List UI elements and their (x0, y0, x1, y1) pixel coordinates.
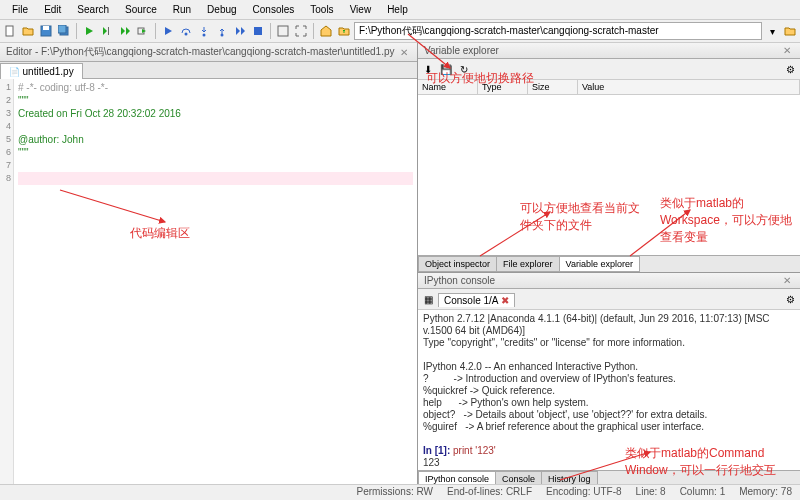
run-cell-advance-icon[interactable] (117, 23, 133, 39)
save-icon[interactable] (38, 23, 54, 39)
status-line: Line: 8 (636, 486, 666, 499)
ipython-console-pane: IPython console✕ ▦ Console 1/A ✖ ⚙ Pytho… (418, 273, 800, 487)
line-gutter: 12345678 (0, 79, 14, 487)
maximize-icon[interactable] (275, 23, 291, 39)
menu-debug[interactable]: Debug (199, 2, 244, 17)
debug-icon[interactable] (160, 23, 176, 39)
run-cell-icon[interactable] (99, 23, 115, 39)
menu-tools[interactable]: Tools (302, 2, 341, 17)
new-file-icon[interactable] (2, 23, 18, 39)
save-all-icon[interactable] (56, 23, 72, 39)
options-icon[interactable]: ⚙ (782, 291, 798, 307)
svg-rect-2 (43, 26, 49, 30)
svg-point-7 (185, 33, 188, 36)
parent-dir-icon[interactable] (336, 23, 352, 39)
varexp-title: Variable explorer (424, 45, 499, 56)
svg-rect-4 (58, 25, 66, 33)
home-icon[interactable] (318, 23, 334, 39)
col-type[interactable]: Type (478, 80, 528, 94)
step-over-icon[interactable] (178, 23, 194, 39)
console-title: IPython console (424, 275, 495, 286)
menu-run[interactable]: Run (165, 2, 199, 17)
console-menu-icon[interactable]: ▦ (420, 291, 436, 307)
open-file-icon[interactable] (20, 23, 36, 39)
status-permissions: Permissions: RW (356, 486, 433, 499)
import-icon[interactable]: ⬇ (420, 61, 436, 77)
run-icon[interactable] (81, 23, 97, 39)
status-bar: Permissions: RW End-of-lines: CRLF Encod… (0, 484, 800, 500)
svg-point-8 (203, 34, 206, 37)
stop-icon[interactable] (250, 23, 266, 39)
close-icon[interactable]: ✕ (780, 275, 794, 286)
menu-view[interactable]: View (342, 2, 380, 17)
fullscreen-icon[interactable] (293, 23, 309, 39)
close-icon[interactable]: ✕ (780, 45, 794, 56)
svg-rect-5 (108, 27, 109, 35)
refresh-icon[interactable]: ↻ (456, 61, 472, 77)
menu-search[interactable]: Search (69, 2, 117, 17)
svg-point-9 (221, 34, 224, 37)
options-icon[interactable]: ⚙ (782, 61, 798, 77)
svg-rect-11 (278, 26, 288, 36)
col-size[interactable]: Size (528, 80, 578, 94)
tab-variable-explorer[interactable]: Variable explorer (559, 256, 640, 272)
toolbar: F:\Python代码\cangqiong-scratch-master\can… (0, 20, 800, 43)
status-encoding: Encoding: UTF-8 (546, 486, 622, 499)
save-data-icon[interactable]: 💾 (438, 61, 454, 77)
code-editor[interactable]: 12345678 # -*- coding: utf-8 -*- """ Cre… (0, 79, 417, 487)
console-output[interactable]: Python 2.7.12 |Anaconda 4.1.1 (64-bit)| … (418, 310, 800, 470)
menu-edit[interactable]: Edit (36, 2, 69, 17)
svg-rect-10 (254, 27, 262, 35)
col-name[interactable]: Name (418, 80, 478, 94)
editor-title: Editor - F:\Python代码\cangqiong-scratch-m… (6, 45, 395, 59)
step-out-icon[interactable] (214, 23, 230, 39)
menu-consoles[interactable]: Consoles (245, 2, 303, 17)
continue-icon[interactable] (232, 23, 248, 39)
menu-file[interactable]: File (4, 2, 36, 17)
browse-icon[interactable] (782, 23, 798, 39)
tab-file-explorer[interactable]: File explorer (496, 256, 560, 272)
tab-object-inspector[interactable]: Object inspector (418, 256, 497, 272)
path-dropdown-icon[interactable]: ▾ (764, 23, 780, 39)
menu-bar: File Edit Search Source Run Debug Consol… (0, 0, 800, 20)
col-value[interactable]: Value (578, 80, 800, 94)
editor-pane: Editor - F:\Python代码\cangqiong-scratch-m… (0, 43, 418, 487)
path-text: F:\Python代码\cangqiong-scratch-master\can… (359, 24, 659, 38)
status-memory: Memory: 78 (739, 486, 792, 499)
console-tab[interactable]: Console 1/A ✖ (438, 293, 515, 307)
svg-rect-0 (6, 26, 13, 36)
variable-explorer-pane: Variable explorer✕ ⬇ 💾 ↻ ⚙ Name Type Siz… (418, 43, 800, 273)
menu-source[interactable]: Source (117, 2, 165, 17)
variable-table[interactable]: Name Type Size Value (418, 80, 800, 255)
menu-help[interactable]: Help (379, 2, 416, 17)
code-content: # -*- coding: utf-8 -*- """ Created on F… (14, 79, 417, 487)
run-selection-icon[interactable] (135, 23, 151, 39)
editor-tab[interactable]: 📄 untitled1.py (0, 63, 83, 79)
status-eol: End-of-lines: CRLF (447, 486, 532, 499)
close-icon[interactable]: ✕ (397, 47, 411, 58)
status-column: Column: 1 (680, 486, 726, 499)
step-into-icon[interactable] (196, 23, 212, 39)
path-input[interactable]: F:\Python代码\cangqiong-scratch-master\can… (354, 22, 762, 40)
